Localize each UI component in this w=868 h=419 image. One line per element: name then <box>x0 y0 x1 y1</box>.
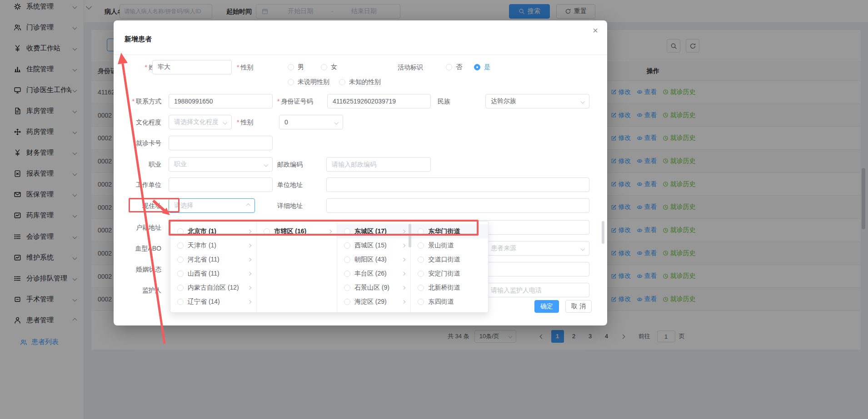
radio-icon <box>288 64 294 70</box>
name-input[interactable] <box>152 60 232 74</box>
gender-radio-female[interactable]: 女 <box>321 60 337 74</box>
cascader-option[interactable]: 天津市 (1) <box>170 238 256 252</box>
occupation-select[interactable]: 职业 <box>169 157 273 172</box>
cascader-option[interactable]: 景山街道 <box>411 238 488 252</box>
chevron-right-icon <box>402 300 405 303</box>
blood-type-label: 血型ABO <box>114 241 161 256</box>
modal-divider <box>114 54 607 55</box>
cascader-option[interactable]: 河北省 (11) <box>170 252 256 266</box>
detail-address-input[interactable] <box>326 198 589 213</box>
gender-code-select[interactable]: 0 <box>279 115 343 129</box>
current-address-cascader[interactable]: 请选择 <box>169 198 255 213</box>
modal-scrollbar-thumb[interactable] <box>602 221 604 244</box>
chevron-right-icon <box>248 257 251 261</box>
cascader-option[interactable]: 丰台区 (26) <box>337 266 411 281</box>
cascader-option[interactable]: 内蒙古自治区 (12) <box>170 281 256 295</box>
form-row-education: 文化程度 请选择文化程度 *性别 0 <box>114 115 607 129</box>
chevron-right-icon <box>402 271 405 275</box>
chevron-down-icon <box>334 120 338 124</box>
radio-icon <box>321 64 327 70</box>
confirm-button[interactable]: 确定 <box>534 300 559 313</box>
guardian-phone-input[interactable] <box>485 283 589 297</box>
registered-address-label: 户籍地址 <box>114 220 161 235</box>
form-row-occupation: 职业 职业 邮政编码 <box>114 157 607 172</box>
radio-icon <box>177 271 184 277</box>
education-label: 文化程度 <box>114 115 161 129</box>
radio-icon <box>339 79 345 85</box>
radio-icon <box>344 285 350 291</box>
chevron-right-icon <box>402 286 405 289</box>
radio-icon <box>418 256 424 263</box>
form-row-contact: *联系方式 *身份证号码 民族 达斡尔族 <box>114 94 607 108</box>
radio-icon <box>177 256 184 263</box>
visit-card-label: 就诊卡号 <box>114 136 161 150</box>
marital-status-label: 婚姻状态 <box>114 262 161 276</box>
chevron-up-icon <box>246 203 250 207</box>
radio-icon <box>418 271 424 277</box>
workunit-input[interactable] <box>169 177 273 192</box>
cascader-option[interactable]: 山西省 (11) <box>170 266 256 281</box>
cascader-option[interactable]: 西城区 (15) <box>337 238 411 252</box>
radio-icon <box>344 256 350 263</box>
cascader-option[interactable]: 辽宁省 (14) <box>170 295 256 309</box>
form-row-card: 就诊卡号 <box>114 136 607 150</box>
cascader-option[interactable]: 海淀区 (29) <box>337 295 411 309</box>
close-icon[interactable]: × <box>593 26 598 35</box>
radio-icon <box>344 242 350 249</box>
gender-radio-male[interactable]: 男 <box>288 60 304 74</box>
cascader-option[interactable]: 石景山区 (9) <box>337 281 411 295</box>
postcode-input[interactable] <box>326 157 431 172</box>
education-select[interactable]: 请选择文化程度 <box>169 115 232 129</box>
annotation-box-current-address <box>129 198 180 212</box>
cascader-option[interactable]: 安定门街道 <box>411 266 488 281</box>
chevron-down-icon <box>580 246 584 250</box>
chevron-down-icon <box>223 120 227 124</box>
guardian-label: 监护人 <box>114 283 161 297</box>
form-row-workunit: 工作单位 单位地址 <box>114 177 607 192</box>
cascader-option[interactable]: 交道口街道 <box>411 252 488 266</box>
marital-input[interactable] <box>485 262 589 276</box>
radio-checked-icon <box>474 64 480 70</box>
cascader-option[interactable]: 东四街道 <box>411 295 488 309</box>
radio-icon <box>288 79 294 85</box>
radio-icon <box>418 285 424 291</box>
radio-icon <box>177 285 184 291</box>
occupation-label: 职业 <box>114 157 161 172</box>
chevron-down-icon <box>580 99 584 103</box>
app-root: 系统管理门诊管理收费工作站住院管理门诊医生工作站库房管理药房管理财务管理报表管理… <box>0 0 868 419</box>
gender-radio-unstated[interactable]: 未说明性别 <box>288 75 329 89</box>
gender-radio-unknown[interactable]: 未知的性别 <box>339 75 381 89</box>
unit-address-input[interactable] <box>326 177 589 192</box>
chevron-right-icon <box>248 286 251 289</box>
visit-card-input[interactable] <box>169 136 273 150</box>
radio-icon <box>344 271 350 277</box>
postcode-label: 邮政编码 <box>277 157 303 172</box>
detail-address-label: 详细地址 <box>277 198 303 213</box>
form-row-name: *姓名 *性别 男 女 活动标识 否 是 <box>114 60 607 74</box>
patient-source-select[interactable]: 患者来源 <box>485 241 589 256</box>
cancel-button[interactable]: 取 消 <box>565 300 592 313</box>
radio-icon <box>177 299 184 305</box>
idcard-input[interactable] <box>327 94 431 108</box>
chevron-down-icon <box>264 162 268 166</box>
contact-input[interactable] <box>169 94 273 108</box>
radio-icon <box>418 299 424 305</box>
active-radio-yes[interactable]: 是 <box>474 60 490 74</box>
cascader-option[interactable]: 朝阳区 (43) <box>337 252 411 266</box>
nation-select[interactable]: 达斡尔族 <box>485 94 589 108</box>
workunit-label: 工作单位 <box>114 177 161 192</box>
radio-icon <box>177 242 184 249</box>
cascader-option[interactable]: 北新桥街道 <box>411 281 488 295</box>
active-radio-no[interactable]: 否 <box>446 60 462 74</box>
chevron-right-icon <box>248 271 251 275</box>
radio-icon <box>446 64 452 70</box>
form-row-gender-extra: 未说明性别 未知的性别 <box>114 75 607 89</box>
active-flag-label: 活动标识 <box>398 60 423 74</box>
form-row-current-address: 现住址 请选择 详细地址 <box>114 198 607 213</box>
modal-title: 新增患者 <box>125 35 152 44</box>
radio-icon <box>344 299 350 305</box>
chevron-right-icon <box>248 300 251 303</box>
radio-icon <box>418 242 424 249</box>
unit-address-label: 单位地址 <box>277 177 303 192</box>
annotation-box-cascader-row <box>169 220 479 236</box>
